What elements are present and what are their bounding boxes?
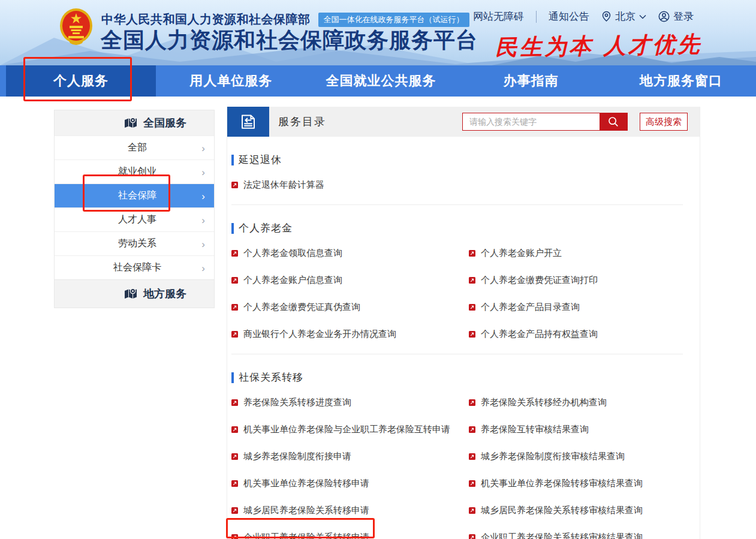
red-bullet-icon bbox=[231, 534, 238, 539]
page-header: 中华人民共和国人力资源和社会保障部 全国一体化在线政务服务平台（试运行） 全国人… bbox=[0, 0, 756, 65]
red-bullet-icon bbox=[469, 480, 475, 487]
service-link[interactable]: 城乡居民养老保险关系转移审核结果查询 bbox=[469, 497, 700, 524]
title-bar-icon bbox=[231, 372, 234, 383]
red-bullet-icon bbox=[231, 277, 238, 284]
slogan-calligraphy: 民生为本 人才优先 bbox=[495, 29, 703, 63]
catalog-document-icon bbox=[239, 113, 257, 131]
service-link-retirement-age-calculator[interactable]: 法定退休年龄计算器 bbox=[231, 171, 469, 198]
title-bar-icon bbox=[231, 155, 234, 165]
location-pin-icon bbox=[601, 11, 612, 22]
red-bullet-icon bbox=[469, 453, 475, 460]
service-link[interactable]: 城乡养老保险制度衔接申请 bbox=[231, 443, 469, 470]
sidebar-header-local[interactable]: 地方服务 bbox=[55, 279, 214, 308]
section-divider bbox=[231, 204, 683, 205]
chevron-right-icon: › bbox=[201, 143, 205, 153]
chevron-right-icon: › bbox=[201, 239, 205, 249]
search-icon bbox=[607, 116, 619, 128]
advanced-search-button[interactable]: 高级搜索 bbox=[640, 113, 688, 131]
red-bullet-icon bbox=[469, 331, 475, 338]
service-link[interactable]: 个人养老金领取信息查询 bbox=[231, 240, 469, 267]
section-delayed-retirement: 延迟退休 法定退休年龄计算器 bbox=[227, 153, 700, 205]
chevron-right-icon: › bbox=[201, 215, 205, 225]
section-personal-pension: 个人养老金 个人养老金领取信息查询 个人养老金账户开立 个人养老金账户信息查询 … bbox=[227, 221, 700, 354]
service-link[interactable]: 个人养老金账户开立 bbox=[469, 240, 700, 267]
panel-title: 服务目录 bbox=[278, 115, 326, 129]
title-bar-icon bbox=[231, 223, 234, 234]
service-link[interactable]: 个人养老金产品目录查询 bbox=[469, 294, 700, 321]
service-link[interactable]: 企业职工养老保险关系转移审核结果查询 bbox=[469, 524, 700, 539]
red-bullet-icon bbox=[231, 304, 238, 311]
service-link-enterprise-pension-transfer-apply[interactable]: 企业职工养老保险关系转移申请 bbox=[231, 524, 469, 539]
section-divider bbox=[231, 354, 683, 354]
header-utility-links: 网站无障碍 通知公告 北京 登录 bbox=[473, 10, 694, 23]
sidebar-item-talent[interactable]: 人才人事 › bbox=[55, 207, 214, 231]
red-bullet-icon bbox=[231, 399, 238, 406]
service-link[interactable]: 养老保险关系转移进度查询 bbox=[231, 389, 469, 416]
red-bullet-icon bbox=[231, 250, 238, 257]
sidebar-header-national: 全国服务 bbox=[55, 110, 214, 135]
sidebar-item-social-security-card[interactable]: 社会保障卡 › bbox=[55, 255, 214, 279]
red-bullet-icon bbox=[231, 480, 238, 487]
red-bullet-icon bbox=[469, 426, 475, 433]
service-link[interactable]: 个人养老金产品持有权益查询 bbox=[469, 321, 700, 348]
chevron-right-icon: › bbox=[201, 191, 205, 201]
sidebar-item-social-security[interactable]: 社会保障 › bbox=[55, 183, 214, 207]
red-bullet-icon bbox=[469, 250, 475, 257]
national-emblem-logo bbox=[59, 8, 93, 46]
ministry-name: 中华人民共和国人力资源和社会保障部 bbox=[101, 11, 311, 28]
red-bullet-icon bbox=[231, 507, 238, 514]
section-social-insurance-transfer: 社保关系转移 养老保险关系转移进度查询 养老保险关系转移经办机构查询 机关事业单… bbox=[227, 371, 700, 539]
search-input[interactable] bbox=[463, 113, 600, 130]
tab-service-guide[interactable]: 办事指南 bbox=[456, 65, 606, 97]
section-title: 社保关系转移 bbox=[231, 371, 700, 384]
service-link[interactable]: 养老保险互转审核结果查询 bbox=[469, 416, 700, 443]
search-box bbox=[462, 113, 628, 131]
chevron-right-icon: › bbox=[201, 263, 205, 273]
category-sidebar: 全国服务 全部 › 就业创业 › 社会保障 › 人才人事 › 劳动关系 › 社会… bbox=[54, 110, 215, 308]
service-link[interactable]: 个人养老金缴费凭证真伪查询 bbox=[231, 294, 469, 321]
service-link[interactable]: 机关事业单位养老保险与企业职工养老保险互转申请 bbox=[231, 416, 469, 443]
red-bullet-icon bbox=[231, 426, 238, 433]
main-navigation: 个人服务 用人单位服务 全国就业公共服务 办事指南 地方服务窗口 bbox=[0, 65, 756, 97]
red-bullet-icon bbox=[469, 277, 475, 284]
map-pin-icon bbox=[124, 287, 137, 300]
divider bbox=[536, 11, 537, 23]
login-link[interactable]: 登录 bbox=[658, 10, 694, 23]
catalog-header-bar: 服务目录 高级搜索 bbox=[227, 107, 700, 137]
service-link[interactable]: 养老保险关系转移经办机构查询 bbox=[469, 389, 700, 416]
service-link[interactable]: 城乡养老保险制度衔接审核结果查询 bbox=[469, 443, 700, 470]
accessibility-link[interactable]: 网站无障碍 bbox=[473, 10, 524, 23]
service-link[interactable]: 机关事业单位养老保险转移审核结果查询 bbox=[469, 470, 700, 497]
service-catalog-panel: 服务目录 高级搜索 延迟退休 法定退休年龄计算器 bbox=[227, 107, 700, 539]
platform-badge: 全国一体化在线政务服务平台（试运行） bbox=[318, 13, 469, 27]
catalog-icon-box bbox=[227, 107, 269, 137]
city-selector[interactable]: 北京 bbox=[601, 10, 646, 23]
notices-link[interactable]: 通知公告 bbox=[549, 10, 589, 23]
service-link[interactable]: 商业银行个人养老金业务开办情况查询 bbox=[231, 321, 469, 348]
map-pin-icon bbox=[124, 116, 137, 130]
service-link[interactable]: 个人养老金缴费凭证查询打印 bbox=[469, 267, 700, 294]
sidebar-item-all[interactable]: 全部 › bbox=[55, 135, 214, 159]
site-title: 全国人力资源和社会保障政务服务平台 bbox=[101, 26, 478, 55]
chevron-right-icon: › bbox=[201, 167, 205, 177]
chevron-down-icon bbox=[639, 14, 646, 19]
red-bullet-icon bbox=[231, 453, 238, 460]
section-title: 个人养老金 bbox=[231, 221, 700, 235]
tab-national-employment-services[interactable]: 全国就业公共服务 bbox=[306, 65, 456, 97]
red-bullet-icon bbox=[469, 304, 475, 311]
sidebar-item-labor-relations[interactable]: 劳动关系 › bbox=[55, 231, 214, 255]
tab-employer-services[interactable]: 用人单位服务 bbox=[156, 65, 306, 97]
red-bullet-icon bbox=[469, 399, 475, 406]
search-button[interactable] bbox=[600, 113, 627, 130]
section-title: 延迟退休 bbox=[231, 153, 700, 167]
tab-personal-services[interactable]: 个人服务 bbox=[6, 65, 156, 97]
tab-local-service-windows[interactable]: 地方服务窗口 bbox=[606, 65, 756, 97]
red-bullet-icon bbox=[231, 331, 238, 338]
service-link[interactable]: 城乡居民养老保险关系转移申请 bbox=[231, 497, 469, 524]
service-link[interactable]: 机关事业单位养老保险转移申请 bbox=[231, 470, 469, 497]
sidebar-item-employment[interactable]: 就业创业 › bbox=[55, 159, 214, 183]
user-icon bbox=[658, 11, 670, 22]
red-bullet-icon bbox=[469, 534, 475, 539]
service-link[interactable]: 个人养老金账户信息查询 bbox=[231, 267, 469, 294]
red-bullet-icon bbox=[469, 507, 475, 514]
